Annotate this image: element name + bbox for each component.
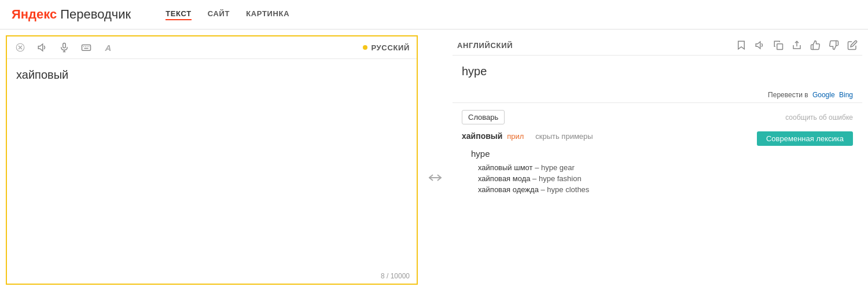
translated-text: hype [453, 56, 862, 87]
share-icon[interactable] [792, 40, 802, 50]
svg-rect-4 [63, 43, 66, 48]
source-text-input[interactable] [7, 59, 417, 269]
hide-examples-link[interactable]: скрыть примеры [535, 132, 593, 141]
translate-links-label: Перевести в [768, 91, 808, 99]
target-lang-label: АНГЛИЙСКИЙ [457, 41, 513, 50]
report-error-link[interactable]: сообщить об ошибке [785, 113, 853, 122]
source-lang-indicator: РУССКИЙ [363, 43, 410, 52]
edit-icon[interactable] [847, 40, 858, 50]
navigation: ТЕКСТ САЙТ КАРТИНКА [165, 9, 289, 20]
example-1-sep: – [535, 163, 541, 172]
dictionary-pos: прил [507, 132, 524, 141]
svg-rect-15 [777, 44, 783, 50]
example-3-ru: хайповая одежда [478, 185, 539, 194]
example-3-en: hype clothes [547, 185, 589, 194]
nav-text[interactable]: ТЕКСТ [165, 9, 192, 20]
lang-swap-button[interactable] [424, 30, 447, 291]
thumbdown-icon[interactable] [829, 40, 839, 50]
char-count: 8 / 10000 [7, 269, 417, 284]
svg-marker-14 [756, 42, 760, 49]
nav-site[interactable]: САЙТ [208, 9, 230, 20]
example-1: хайповый шмот – hype gear [478, 162, 853, 173]
google-link[interactable]: Google [812, 91, 835, 99]
dictionary-header: Словарь сообщить об ошибке [462, 110, 853, 124]
example-2: хайповая мода – hype fashion [478, 173, 853, 184]
logo-title: Переводчик [60, 7, 131, 22]
example-1-en: hype gear [541, 163, 575, 172]
clear-icon[interactable] [14, 41, 27, 54]
modern-lexica-badge: Современная лексика [757, 131, 853, 146]
volume-icon[interactable] [36, 41, 49, 54]
svg-marker-3 [38, 44, 43, 51]
source-toolbar: A РУССКИЙ [7, 36, 417, 59]
dictionary-translation: hype [462, 145, 853, 162]
dictionary-examples: хайповый шмот – hype gear хайповая мода … [462, 162, 853, 195]
dictionary-entry: Современная лексика хайповый прил скрыть… [462, 131, 853, 141]
example-2-sep: – [532, 174, 539, 183]
copy-icon[interactable] [773, 40, 784, 50]
main-content: A РУССКИЙ 8 / 10000 АНГЛИЙСКИЙ [0, 30, 868, 291]
target-toolbar-icons [736, 40, 858, 50]
volume-target-icon[interactable] [755, 40, 765, 50]
example-2-ru: хайповая мода [478, 174, 530, 183]
svg-rect-7 [82, 45, 91, 51]
logo-yandex: Яндекс [12, 7, 57, 22]
example-1-ru: хайповый шмот [478, 163, 533, 172]
external-translate-links: Перевести в Google Bing [453, 87, 862, 103]
example-2-en: hype fashion [539, 174, 582, 183]
example-3-sep: – [541, 185, 547, 194]
target-panel: АНГЛИЙСКИЙ [453, 35, 862, 285]
source-lang-label: РУССКИЙ [371, 43, 410, 52]
example-3: хайповая одежда – hype clothes [478, 184, 853, 195]
keyboard-icon[interactable] [80, 41, 93, 54]
source-panel: A РУССКИЙ 8 / 10000 [6, 35, 418, 285]
dictionary-badge: Словарь [462, 110, 505, 124]
translate-text-icon[interactable]: A [102, 41, 115, 54]
mic-icon[interactable] [58, 41, 71, 54]
bookmark-icon[interactable] [736, 40, 746, 50]
target-toolbar: АНГЛИЙСКИЙ [453, 35, 862, 56]
nav-image[interactable]: КАРТИНКА [246, 9, 289, 20]
dictionary-word: хайповый [462, 131, 502, 141]
dictionary-section: Словарь сообщить об ошибке Современная л… [453, 103, 862, 202]
logo: Яндекс Переводчик [12, 7, 131, 22]
thumbup-icon[interactable] [810, 40, 821, 50]
header: Яндекс Переводчик ТЕКСТ САЙТ КАРТИНКА [0, 0, 868, 30]
lang-dot [363, 45, 367, 50]
bing-link[interactable]: Bing [839, 91, 853, 99]
